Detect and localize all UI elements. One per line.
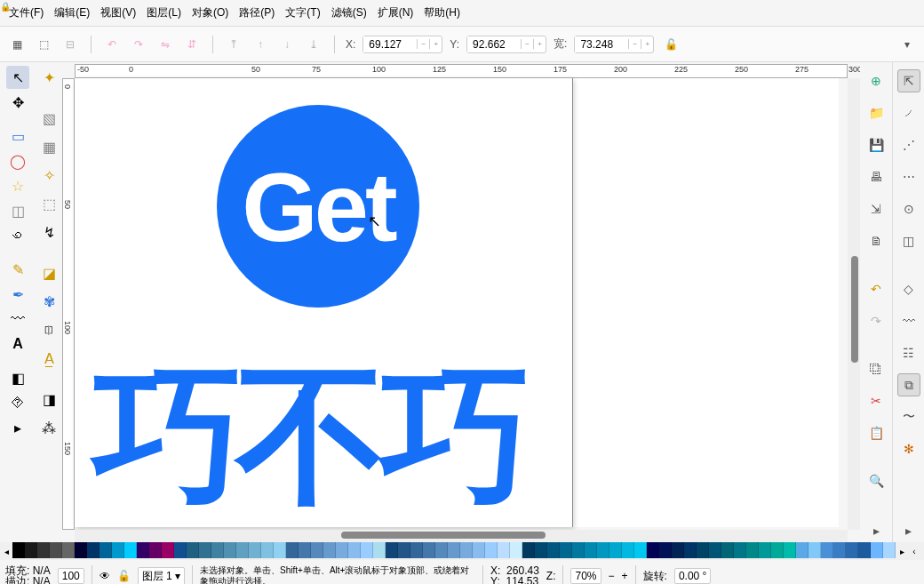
spiral-tool-icon[interactable]: ꩜ xyxy=(6,224,29,247)
color-swatch[interactable] xyxy=(498,542,510,558)
rotate-input[interactable]: 0.00 ° xyxy=(674,568,712,584)
color-swatch[interactable] xyxy=(261,542,274,558)
undo-icon[interactable]: ↶ xyxy=(864,277,888,300)
color-swatch[interactable] xyxy=(734,542,746,558)
color-swatch[interactable] xyxy=(361,542,373,558)
color-swatch[interactable] xyxy=(709,542,721,558)
color-swatch[interactable] xyxy=(622,542,634,558)
spray-b-tool-icon[interactable]: ⁂ xyxy=(37,416,60,439)
flip-h-icon[interactable]: ⇋ xyxy=(155,35,175,54)
color-swatch[interactable] xyxy=(684,542,697,558)
color-swatch[interactable] xyxy=(846,542,858,558)
color-swatch[interactable] xyxy=(124,542,137,558)
bezier-tool-icon[interactable]: ✒ xyxy=(6,283,29,306)
eraser-tool-icon[interactable]: ◪ xyxy=(37,261,60,284)
menu-filter[interactable]: 滤镜(S) xyxy=(331,5,367,20)
import-icon[interactable]: ⇲ xyxy=(864,197,888,220)
export-icon[interactable]: 🗎 xyxy=(864,229,888,252)
color-swatch[interactable] xyxy=(858,542,871,558)
color-swatch[interactable] xyxy=(299,542,311,558)
selectors-icon[interactable]: ⧉ xyxy=(897,373,920,396)
redo-icon[interactable]: ↷ xyxy=(864,309,888,332)
tweak-tool-icon[interactable]: ✦ xyxy=(37,66,60,89)
cut-icon[interactable]: ✂ xyxy=(864,389,888,412)
color-swatch[interactable] xyxy=(224,542,236,558)
color-swatch[interactable] xyxy=(286,542,299,558)
color-swatch[interactable] xyxy=(547,542,560,558)
horizontal-scrollbar[interactable] xyxy=(75,530,848,542)
x-input-box[interactable]: − + xyxy=(362,36,442,53)
color-swatch[interactable] xyxy=(100,542,112,558)
xml-editor-icon[interactable]: ◇ xyxy=(897,277,920,300)
flip-v-icon[interactable]: ⇵ xyxy=(182,35,202,54)
snap-bbox-icon[interactable]: ⟋ xyxy=(897,101,920,124)
menu-help[interactable]: 帮助(H) xyxy=(424,5,460,20)
spray-tool-icon[interactable]: ✾ xyxy=(37,290,60,313)
color-swatch[interactable] xyxy=(871,542,883,558)
color-swatch[interactable] xyxy=(50,542,62,558)
color-swatch[interactable] xyxy=(808,542,821,558)
color-swatch[interactable] xyxy=(187,542,199,558)
layer-lock-icon[interactable]: 🔓 xyxy=(117,570,131,582)
color-swatch[interactable] xyxy=(535,542,547,558)
chinese-text-object[interactable]: 巧不巧 xyxy=(92,336,524,540)
x-minus-icon[interactable]: − xyxy=(417,39,429,49)
rotate-cw-icon[interactable]: ↷ xyxy=(129,35,148,54)
y-input-box[interactable]: − + xyxy=(466,36,546,53)
menu-path[interactable]: 路径(P) xyxy=(239,5,275,20)
deselect-icon[interactable]: ⊟ xyxy=(60,35,80,54)
calligraphy-tool-icon[interactable]: 〰 xyxy=(6,308,29,331)
menu-edit[interactable]: 编辑(E) xyxy=(54,5,90,20)
w-input[interactable] xyxy=(575,36,628,52)
open-icon[interactable]: 📁 xyxy=(864,101,888,124)
layer-selector[interactable]: 图层 1 ▾ xyxy=(138,567,185,585)
w-input-box[interactable]: − + xyxy=(574,36,654,53)
pencil-tool-icon[interactable]: ✎ xyxy=(6,258,29,281)
marker-tool-icon[interactable]: ◨ xyxy=(37,388,60,411)
color-swatch[interactable] xyxy=(821,542,833,558)
color-swatch[interactable] xyxy=(236,542,249,558)
gradient-tool-icon[interactable]: ◧ xyxy=(6,366,29,389)
menu-extension[interactable]: 扩展(N) xyxy=(378,5,414,20)
color-swatch[interactable] xyxy=(25,542,37,558)
text-tool-icon[interactable]: A xyxy=(6,332,29,356)
paste-icon[interactable]: 📋 xyxy=(864,421,888,444)
print-icon[interactable]: 🖶 xyxy=(864,165,888,188)
color-swatch[interactable] xyxy=(560,542,572,558)
canvas-area[interactable]: -50 0 50 75 100 125 150 175 200 225 250 … xyxy=(62,62,860,542)
select-all-layers-icon[interactable]: ▦ xyxy=(7,35,27,54)
color-swatch[interactable] xyxy=(12,542,25,558)
zoom-fit-icon[interactable]: 🔍 xyxy=(864,469,888,492)
color-swatch[interactable] xyxy=(796,542,808,558)
vertical-scroll-thumb[interactable] xyxy=(851,256,858,363)
color-swatch[interactable] xyxy=(448,542,460,558)
snap-center-icon[interactable]: ⊙ xyxy=(897,197,920,220)
panel-expand-icon[interactable]: ▸ xyxy=(864,519,888,542)
connector-tool-icon[interactable]: ⬚ xyxy=(37,192,60,215)
vertical-scrollbar[interactable] xyxy=(848,78,860,530)
rotate-ccw-icon[interactable]: ↶ xyxy=(102,35,122,54)
w-plus-icon[interactable]: + xyxy=(641,39,653,49)
color-swatch[interactable] xyxy=(62,542,75,558)
3dbox-tool-icon[interactable]: ◫ xyxy=(6,199,29,222)
zoom-tool-icon[interactable]: A̲ xyxy=(37,347,60,370)
color-swatch[interactable] xyxy=(634,542,647,558)
text-icon[interactable]: ✻ xyxy=(897,437,920,460)
color-swatch[interactable] xyxy=(672,542,684,558)
color-swatch[interactable] xyxy=(311,542,323,558)
palette-next-icon[interactable]: ▸ xyxy=(896,542,908,560)
snap-midpoint-icon[interactable]: ⋯ xyxy=(897,165,920,188)
color-swatch[interactable] xyxy=(833,542,846,558)
color-swatch[interactable] xyxy=(373,542,386,558)
y-input[interactable] xyxy=(467,36,521,52)
ellipse-tool-icon[interactable]: ◯ xyxy=(6,149,29,172)
save-icon[interactable]: 💾 xyxy=(864,133,888,156)
y-minus-icon[interactable]: − xyxy=(521,39,533,49)
color-swatch[interactable] xyxy=(883,542,896,558)
logo-circle[interactable]: Get xyxy=(217,105,419,308)
snap-node-icon[interactable]: ⇱ xyxy=(897,69,920,92)
lock-icon[interactable]: 🔓 xyxy=(661,35,681,54)
color-swatch[interactable] xyxy=(112,542,124,558)
color-swatch[interactable] xyxy=(473,542,485,558)
w-minus-icon[interactable]: − xyxy=(628,39,641,49)
